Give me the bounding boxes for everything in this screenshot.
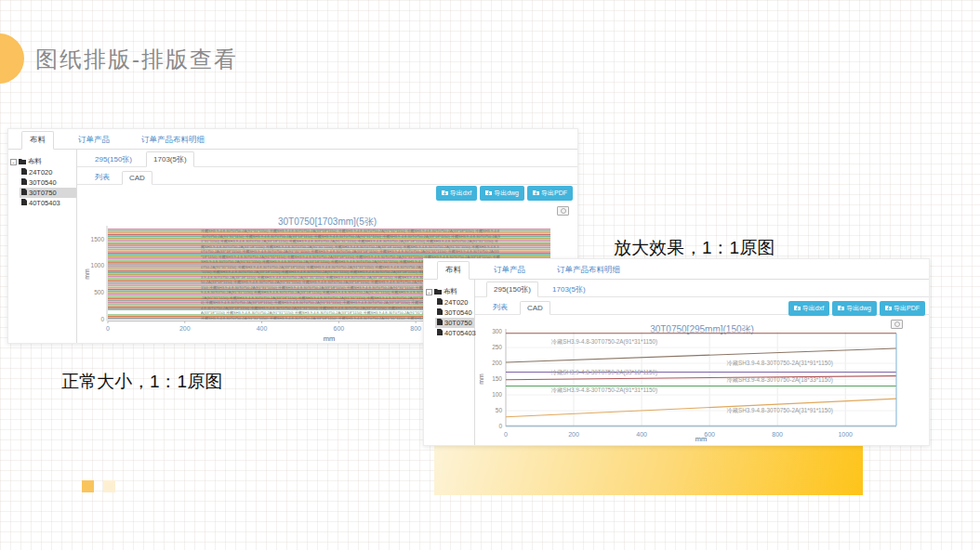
- svg-text:1500: 1500: [91, 236, 105, 242]
- tree-item-24t020[interactable]: 24T020: [435, 297, 474, 308]
- file-icon: [437, 308, 443, 317]
- download-icon: [533, 190, 539, 197]
- tree-item-label: 24T020: [29, 168, 52, 177]
- export-dxf-button[interactable]: 导出dxf: [788, 301, 829, 316]
- app-window-zoomed-view: 布料 订单产品 订单产品布料明细 -布料24T02030T054030T0750…: [423, 258, 930, 446]
- file-icon: [21, 178, 27, 187]
- size-tab-1703[interactable]: 1703(5张): [546, 282, 592, 296]
- fabric-tree: -布料24T02030T054030T075040T05403: [424, 279, 475, 445]
- tree-item-30t0540[interactable]: 30T0540: [20, 177, 76, 188]
- top-tabbar: 布料 订单产品 订单产品布料明细: [8, 129, 577, 150]
- svg-text:800: 800: [772, 431, 783, 438]
- svg-text:冷藏SH3.9-4.8-30T0750-2A(91*31*1: 冷藏SH3.9-4.8-30T0750-2A(91*31*1150): [551, 338, 657, 346]
- export-pdf-button[interactable]: 导出PDF: [880, 301, 925, 316]
- size-tab-295[interactable]: 295(150张): [88, 152, 139, 166]
- view-tabbar: 列表 CAD: [77, 167, 577, 185]
- tree-collapse-icon[interactable]: -: [426, 289, 432, 295]
- export-pdf-button[interactable]: 导出PDF: [527, 186, 573, 201]
- svg-text:mm: mm: [324, 334, 336, 343]
- layout-chart-zoomed: 冷藏SH3.9-4.8-30T0750-2A(91*31*1150)冷藏SH3.…: [476, 315, 931, 447]
- annotation-normal-size: 正常大小，1：1原图: [61, 370, 222, 394]
- svg-text:400: 400: [257, 325, 268, 332]
- svg-text:500: 500: [94, 289, 104, 295]
- svg-text:1000: 1000: [91, 262, 105, 268]
- svg-text:150: 150: [492, 375, 502, 382]
- svg-text:0: 0: [498, 423, 502, 429]
- tab-order-product[interactable]: 订单产品: [71, 132, 117, 149]
- tree-item-label: 40T05403: [29, 199, 60, 207]
- tree-item-40t05403[interactable]: 40T05403: [435, 328, 474, 338]
- export-dwg-button[interactable]: 导出dwg: [832, 301, 877, 316]
- svg-text:200: 200: [179, 325, 191, 332]
- tree-item-label: 30T0540: [444, 308, 472, 317]
- svg-text:200: 200: [568, 431, 579, 438]
- tab-order-product[interactable]: 订单产品: [486, 262, 533, 279]
- tree-item-30t0750[interactable]: 30T0750: [435, 318, 474, 328]
- size-tab-1703[interactable]: 1703(5张): [146, 151, 194, 167]
- tree-item-30t0750[interactable]: 30T0750: [20, 188, 76, 198]
- tree-item-label: 40T05403: [444, 329, 476, 337]
- tree-root-fabric[interactable]: -布料: [8, 156, 76, 167]
- tree-item-label: 30T0750: [29, 189, 57, 197]
- tree-item-label: 30T0540: [29, 178, 57, 187]
- svg-text:冷藏SH3.9-4.8-30T0750-2A(31*91*1: 冷藏SH3.9-4.8-30T0750-2A(31*91*1150): [726, 360, 832, 367]
- download-icon: [442, 190, 448, 197]
- tree-item-40t05403[interactable]: 40T05403: [20, 198, 76, 208]
- top-tabbar: 布料 订单产品 订单产品布料明细: [424, 259, 929, 280]
- export-toolbar: 导出dxf导出dwg导出PDF: [788, 301, 925, 316]
- accent-circle: [0, 33, 24, 84]
- tree-root-label: 布料: [444, 287, 457, 296]
- svg-text:400: 400: [636, 431, 647, 438]
- slide: 图纸排版-排版查看 布料 订单产品 订单产品布料明细 -布料24T02030T0…: [0, 0, 980, 550]
- tree-item-30t0540[interactable]: 30T0540: [435, 308, 474, 318]
- bottom-gradient-bar: [434, 445, 863, 495]
- deco-square-orange: [82, 480, 94, 492]
- tree-root-fabric[interactable]: -布料: [424, 286, 474, 297]
- page-title: 图纸排版-排版查看: [35, 45, 238, 74]
- download-icon: [794, 305, 801, 312]
- svg-text:mm: mm: [478, 373, 484, 385]
- view-tab-cad[interactable]: CAD: [122, 171, 152, 185]
- folder-icon: [19, 158, 26, 166]
- svg-text:mm: mm: [695, 435, 708, 443]
- file-icon: [437, 319, 443, 327]
- svg-text:0: 0: [100, 316, 104, 322]
- export-dwg-button[interactable]: 导出dwg: [480, 186, 524, 201]
- svg-text:800: 800: [410, 325, 421, 332]
- svg-text:冷藏SH3.9-4.8-30T0750-2A(33*18*1: 冷藏SH3.9-4.8-30T0750-2A(33*18*1150): [551, 369, 657, 376]
- tree-root-label: 布料: [28, 157, 42, 166]
- svg-text:冷藏SH3.9-4.8-30T0750-2A(18*33*1: 冷藏SH3.9-4.8-30T0750-2A(18*33*1150): [726, 376, 832, 384]
- tree-item-label: 24T020: [444, 298, 468, 307]
- view-tab-cad[interactable]: CAD: [520, 301, 550, 315]
- file-icon: [21, 189, 27, 197]
- tree-collapse-icon[interactable]: -: [10, 159, 17, 165]
- fabric-tree: -布料24T02030T054030T075040T05403: [8, 149, 77, 343]
- svg-text:冷藏SH3.9-4.8-30T0750-2A(91*31*1: 冷藏SH3.9-4.8-30T0750-2A(91*31*1150): [551, 386, 657, 394]
- file-icon: [21, 168, 27, 177]
- tab-order-product-fabric-detail[interactable]: 订单产品布料明细: [550, 262, 628, 279]
- svg-text:100: 100: [492, 391, 502, 398]
- download-icon: [885, 305, 892, 312]
- export-dxf-button[interactable]: 导出dxf: [436, 186, 477, 201]
- tab-fabric[interactable]: 布料: [21, 131, 54, 150]
- tab-order-product-fabric-detail[interactable]: 订单产品布料明细: [134, 132, 212, 149]
- svg-text:250: 250: [492, 344, 502, 350]
- view-tab-list[interactable]: 列表: [486, 300, 514, 314]
- deco-square-pale: [103, 480, 115, 492]
- svg-text:50: 50: [496, 407, 503, 413]
- size-tabbar: 295(150张) 1703(5张): [77, 149, 577, 167]
- tab-fabric[interactable]: 布料: [437, 261, 470, 280]
- file-icon: [21, 199, 27, 207]
- annotation-zoom-effect: 放大效果，1：1原图: [614, 236, 775, 260]
- svg-text:冷藏SH3.9-4.8-30T0750-2A(31*91*1: 冷藏SH3.9-4.8-30T0750-2A(31*91*1150): [726, 407, 832, 414]
- folder-icon: [434, 288, 442, 296]
- file-icon: [437, 298, 443, 307]
- svg-text:0: 0: [504, 431, 508, 438]
- tree-item-label: 30T0750: [444, 319, 472, 327]
- svg-text:mm: mm: [84, 268, 90, 280]
- view-tab-list[interactable]: 列表: [88, 170, 116, 184]
- svg-text:0: 0: [106, 325, 110, 332]
- size-tab-295[interactable]: 295(150张): [486, 282, 538, 297]
- tree-item-24t020[interactable]: 24T020: [20, 167, 76, 177]
- size-tabbar: 295(150张) 1703(5张): [475, 279, 929, 297]
